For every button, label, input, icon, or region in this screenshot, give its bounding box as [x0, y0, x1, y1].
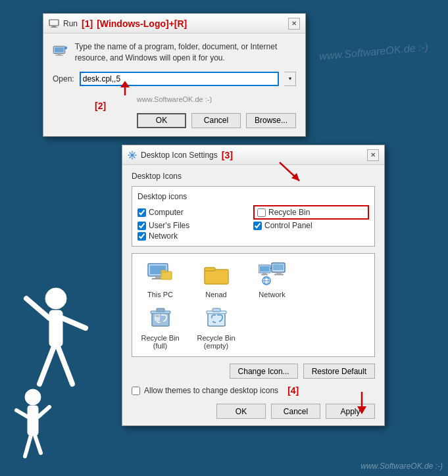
svg-rect-36: [261, 274, 268, 275]
svg-rect-55: [212, 308, 220, 312]
settings-cancel-button[interactable]: Cancel: [271, 404, 320, 419]
run-arrow-area: [53, 89, 296, 93]
run-monitor-icon: [49, 19, 59, 28]
svg-rect-30: [161, 270, 166, 272]
svg-line-5: [58, 346, 72, 384]
svg-rect-40: [274, 274, 284, 275]
icons-row-bottom: Recycle Bin (full): [139, 304, 368, 350]
svg-line-10: [25, 435, 31, 456]
checkbox-network-input[interactable]: [137, 232, 146, 241]
checkbox-users-files[interactable]: User's Files: [137, 221, 253, 230]
nenad-label: Nenad: [205, 291, 226, 298]
icons-row-top: This PC Nenad: [139, 260, 368, 298]
run-label2: [2]: [95, 101, 106, 111]
nenad-icon: [203, 260, 230, 288]
svg-rect-39: [276, 272, 282, 274]
svg-marker-21: [120, 81, 130, 87]
svg-rect-17: [57, 53, 61, 55]
restore-default-button[interactable]: Restore Default: [303, 364, 375, 379]
settings-label3: [3]: [222, 150, 233, 160]
svg-rect-35: [262, 273, 266, 274]
icon-network[interactable]: Network: [251, 260, 293, 298]
run-shortcut: [Windows-Logo]+[R]: [97, 18, 187, 29]
network-label: Network: [259, 291, 285, 298]
icon-this-pc[interactable]: This PC: [139, 260, 182, 298]
settings-content: Desktop Icons Desktop icons Computer Rec…: [122, 165, 384, 425]
checkbox-computer-label: Computer: [149, 208, 184, 217]
svg-line-3: [62, 318, 86, 328]
svg-rect-47: [152, 313, 169, 326]
svg-rect-38: [273, 264, 284, 270]
run-header: Type the name of a program, folder, docu…: [53, 41, 296, 64]
svg-line-2: [26, 298, 49, 318]
arrow3: [273, 156, 306, 189]
checkbox-computer[interactable]: Computer: [137, 205, 253, 220]
settings-close-button[interactable]: ✕: [367, 149, 379, 161]
checkbox-grid: Computer Recycle Bin User's Files Contro…: [137, 205, 369, 241]
run-website: www.SoftwareOK.de :-): [53, 94, 296, 104]
svg-point-19: [64, 47, 67, 49]
checkbox-users-files-label: User's Files: [149, 221, 189, 230]
arrow4: [329, 389, 368, 414]
settings-label4: [4]: [287, 385, 299, 396]
svg-rect-53: [208, 313, 225, 326]
svg-rect-16: [55, 47, 64, 52]
icons-preview: This PC Nenad: [132, 253, 375, 357]
network-icon: [259, 260, 286, 288]
recycle-empty-icon: [203, 304, 230, 331]
checkbox-users-files-input[interactable]: [137, 222, 146, 230]
settings-titlebar: Desktop Icon Settings [3] ✕: [122, 145, 384, 165]
svg-rect-31: [205, 270, 228, 284]
desktop-icons-section-title: Desktop Icons: [132, 172, 375, 181]
settings-dialog: Desktop Icon Settings [3] ✕ Desktop Icon…: [122, 145, 385, 426]
allow-themes-checkbox[interactable]: [132, 387, 140, 395]
desktop-icons-checkboxes-section: Desktop icons Computer Recycle Bin User'…: [132, 186, 375, 247]
run-browse-button[interactable]: Browse...: [246, 113, 296, 128]
icon-recycle-empty[interactable]: Recycle Bin (empty): [195, 304, 237, 350]
svg-point-6: [25, 389, 41, 405]
run-dialog: Run [1] [Windows-Logo]+[R] ✕ Type the na…: [43, 13, 306, 137]
run-open-label: Open:: [53, 74, 74, 83]
icon-recycle-full[interactable]: Recycle Bin (full): [139, 304, 182, 350]
run-dropdown-arrow[interactable]: ▾: [284, 72, 296, 86]
change-icon-button[interactable]: Change Icon...: [230, 364, 298, 379]
svg-marker-57: [357, 406, 366, 414]
bottom-watermark: www.SoftwareOK.de :-): [361, 462, 443, 471]
checkbox-computer-input[interactable]: [137, 208, 146, 217]
checkbox-control-panel-input[interactable]: [253, 222, 262, 230]
checkbox-control-panel[interactable]: Control Panel: [253, 221, 369, 230]
icon-nenad[interactable]: Nenad: [195, 260, 237, 298]
svg-rect-14: [51, 27, 57, 28]
svg-rect-34: [260, 266, 269, 272]
run-input[interactable]: [80, 72, 279, 86]
this-pc-label: This PC: [147, 291, 173, 298]
checkbox-network[interactable]: Network: [137, 231, 253, 241]
checkbox-recycle-bin-input[interactable]: [257, 208, 266, 217]
svg-rect-51: [155, 315, 159, 316]
checkbox-recycle-bin-label: Recycle Bin: [268, 208, 310, 217]
svg-rect-29: [161, 272, 172, 279]
settings-title: Desktop Icon Settings: [141, 151, 218, 160]
checkbox-recycle-bin[interactable]: Recycle Bin: [253, 205, 369, 220]
svg-rect-13: [52, 26, 56, 27]
run-pc-icon: [53, 41, 68, 62]
recycle-full-label: Recycle Bin (full): [139, 334, 182, 350]
svg-rect-27: [155, 276, 161, 278]
svg-rect-7: [28, 406, 38, 435]
checkbox-control-panel-label: Control Panel: [264, 221, 312, 230]
stick-figure: [13, 279, 99, 463]
run-input-row: Open: ▾: [53, 72, 296, 86]
run-cancel-button[interactable]: Cancel: [191, 113, 241, 128]
run-titlebar-left: Run [1] [Windows-Logo]+[R]: [49, 18, 187, 29]
run-red-arrow: [115, 81, 135, 97]
svg-rect-18: [55, 55, 62, 55]
svg-line-11: [35, 435, 41, 453]
svg-line-4: [39, 346, 54, 384]
settings-ok-button[interactable]: OK: [216, 404, 266, 419]
run-title: Run: [63, 19, 78, 28]
run-ok-button[interactable]: OK: [137, 113, 186, 128]
allow-themes-label: Allow themes to change desktop icons: [144, 386, 278, 395]
recycle-full-icon: [147, 304, 174, 331]
svg-rect-32: [205, 268, 215, 271]
run-close-button[interactable]: ✕: [288, 18, 300, 30]
